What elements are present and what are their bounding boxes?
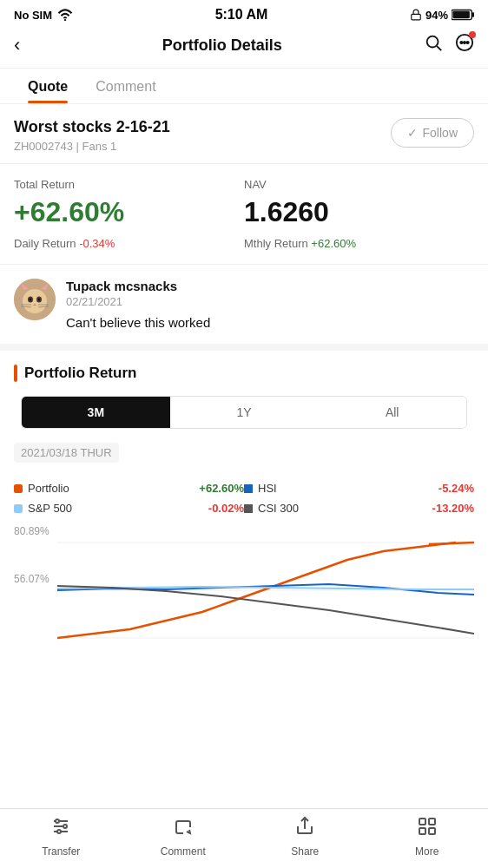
search-button[interactable] bbox=[424, 33, 443, 57]
legend-sp500: S&P 500 -0.02% bbox=[14, 502, 244, 515]
tabs-bar: Quote Comment bbox=[0, 69, 488, 104]
legend-hsi: HSI -5.24% bbox=[244, 482, 474, 495]
battery-icon bbox=[452, 9, 474, 21]
section-title-row: Portfolio Return bbox=[14, 365, 474, 382]
back-button[interactable]: ‹ bbox=[14, 34, 20, 56]
transfer-icon bbox=[50, 816, 71, 842]
legend-portfolio: Portfolio +62.60% bbox=[14, 482, 244, 495]
svg-point-34 bbox=[63, 825, 67, 828]
mthly-return-label: Mthly Return bbox=[244, 237, 308, 250]
svg-rect-4 bbox=[452, 11, 470, 18]
nav-value: 1.6260 bbox=[244, 196, 474, 228]
mthly-return-value: +62.60% bbox=[311, 237, 356, 250]
comment-nav-label: Comment bbox=[161, 845, 206, 858]
svg-rect-37 bbox=[419, 819, 425, 825]
notification-dot bbox=[469, 31, 476, 38]
svg-point-20 bbox=[38, 299, 40, 301]
status-right: 94% bbox=[410, 9, 474, 22]
total-return-block: Total Return +62.60% Daily Return -0.34% bbox=[14, 178, 244, 250]
svg-point-35 bbox=[57, 830, 61, 833]
svg-point-10 bbox=[467, 42, 469, 43]
status-bar: No SIM 5:10 AM 94% bbox=[0, 0, 488, 26]
period-3m[interactable]: 3M bbox=[22, 397, 170, 428]
commenter-name: Tupack mcsnacks bbox=[66, 279, 210, 293]
follow-label: Follow bbox=[423, 126, 458, 140]
return-section: Portfolio Return 3M 1Y All 2021/03/18 TH… bbox=[0, 351, 488, 678]
svg-point-12 bbox=[23, 289, 47, 313]
comment-body: Tupack mcsnacks 02/21/2021 Can't believe… bbox=[66, 279, 210, 330]
tab-quote[interactable]: Quote bbox=[14, 69, 82, 103]
portfolio-meta: ZH0002743 | Fans 1 bbox=[14, 140, 170, 153]
nav-label: NAV bbox=[244, 178, 474, 191]
svg-point-5 bbox=[427, 36, 439, 48]
csi300-legend-value: -13.20% bbox=[432, 502, 474, 515]
bottom-nav: Transfer Comment Share bbox=[0, 808, 488, 868]
tab-comment[interactable]: Comment bbox=[82, 69, 169, 103]
status-time: 5:10 AM bbox=[215, 7, 268, 23]
mthly-return-row: Mthly Return +62.60% bbox=[244, 237, 474, 250]
portfolio-code: ZH0002743 bbox=[14, 140, 73, 153]
sp500-legend-value: -0.02% bbox=[208, 502, 244, 515]
chart-date: 2021/03/18 THUR bbox=[14, 443, 119, 463]
nav-comment[interactable]: Comment bbox=[122, 816, 245, 858]
svg-rect-38 bbox=[429, 819, 435, 825]
transfer-label: Transfer bbox=[42, 845, 80, 858]
period-1y[interactable]: 1Y bbox=[170, 397, 319, 428]
svg-point-33 bbox=[56, 819, 59, 823]
carrier-text: No SIM bbox=[14, 9, 52, 22]
follow-button[interactable]: ✓ Follow bbox=[391, 118, 474, 148]
svg-point-0 bbox=[64, 19, 66, 21]
svg-rect-3 bbox=[472, 12, 474, 17]
daily-return-label: Daily Return bbox=[14, 237, 76, 250]
portfolio-dot bbox=[14, 484, 23, 493]
nav-block: NAV 1.6260 Mthly Return +62.60% bbox=[244, 178, 474, 250]
hsi-legend-value: -5.24% bbox=[439, 482, 474, 495]
orange-bar-icon bbox=[14, 365, 17, 382]
svg-rect-1 bbox=[412, 14, 421, 19]
daily-return-row: Daily Return -0.34% bbox=[14, 237, 244, 250]
period-all[interactable]: All bbox=[318, 397, 466, 428]
daily-return-value: -0.34% bbox=[79, 237, 115, 250]
total-return-label: Total Return bbox=[14, 178, 244, 191]
chart-date-row: 2021/03/18 THUR bbox=[14, 443, 474, 473]
lock-icon bbox=[410, 9, 422, 21]
sp500-legend-name: S&P 500 bbox=[28, 502, 203, 515]
more-icon bbox=[417, 816, 438, 842]
legend: Portfolio +62.60% HSI -5.24% S&P 500 -0.… bbox=[14, 482, 474, 515]
battery-text: 94% bbox=[425, 9, 448, 22]
portfolio-title: Worst stocks 2-16-21 bbox=[14, 118, 170, 136]
comment-section: Tupack mcsnacks 02/21/2021 Can't believe… bbox=[0, 265, 488, 351]
more-label: More bbox=[415, 845, 439, 858]
comment-date: 02/21/2021 bbox=[66, 295, 210, 308]
stats-section: Total Return +62.60% Daily Return -0.34%… bbox=[0, 164, 488, 265]
page-title: Portfolio Details bbox=[162, 36, 282, 55]
nav-transfer[interactable]: Transfer bbox=[0, 816, 122, 858]
total-return-value: +62.60% bbox=[14, 196, 244, 228]
svg-point-9 bbox=[464, 42, 465, 43]
comment-text: Can't believe this worked bbox=[66, 315, 210, 330]
hsi-legend-name: HSI bbox=[258, 482, 433, 495]
share-icon bbox=[294, 816, 315, 842]
nav-header: ‹ Portfolio Details bbox=[0, 26, 488, 69]
portfolio-legend-name: Portfolio bbox=[28, 482, 194, 495]
wifi-icon bbox=[57, 9, 73, 21]
nav-more[interactable]: More bbox=[366, 816, 489, 858]
chart-area: 80.89% 56.07% bbox=[14, 525, 474, 664]
portfolio-header: Worst stocks 2-16-21 ZH0002743 | Fans 1 … bbox=[0, 104, 488, 164]
portfolio-separator: | bbox=[76, 140, 82, 153]
portfolio-fans: Fans 1 bbox=[82, 140, 117, 153]
svg-line-6 bbox=[437, 46, 441, 50]
nav-share[interactable]: Share bbox=[244, 816, 366, 858]
portfolio-legend-value: +62.60% bbox=[199, 482, 244, 495]
legend-csi300: CSI 300 -13.20% bbox=[244, 502, 474, 515]
svg-point-19 bbox=[30, 299, 31, 301]
status-left: No SIM bbox=[14, 9, 73, 22]
csi300-dot bbox=[244, 504, 253, 513]
period-selector: 3M 1Y All bbox=[21, 396, 467, 429]
svg-point-8 bbox=[460, 42, 462, 43]
message-button[interactable] bbox=[455, 33, 474, 57]
share-label: Share bbox=[291, 845, 319, 858]
comment-icon bbox=[173, 816, 194, 842]
svg-rect-39 bbox=[419, 828, 425, 834]
chart-label-mid: 56.07% bbox=[14, 573, 49, 585]
